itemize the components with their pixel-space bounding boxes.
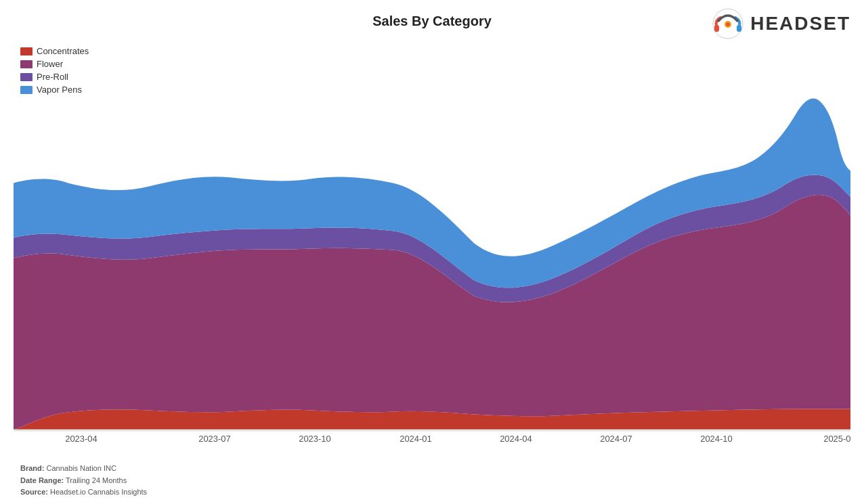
date-range-value: Trailing 24 Months [66, 476, 127, 484]
brand-value: Cannabis Nation INC [47, 464, 116, 472]
x-label-2025-01: 2025-01 [823, 434, 850, 443]
source-label: Source: [20, 488, 48, 496]
x-label-2024-10: 2024-10 [700, 434, 733, 443]
brand-label: Brand: [20, 464, 44, 472]
footer-brand: Brand: Cannabis Nation INC [20, 463, 147, 475]
source-value: Headset.io Cannabis Insights [50, 488, 147, 496]
footer-info: Brand: Cannabis Nation INC Date Range: T… [20, 463, 147, 499]
x-label-2023-07: 2023-07 [198, 434, 231, 443]
concentrates-area [14, 409, 850, 429]
x-label-2024-01: 2024-01 [399, 434, 432, 443]
chart-area: 2023-04 2023-07 2023-10 2024-01 2024-04 … [14, 46, 850, 443]
chart-title: Sales By Category [0, 14, 864, 29]
footer-source: Source: Headset.io Cannabis Insights [20, 486, 147, 499]
chart-svg: 2023-04 2023-07 2023-10 2024-01 2024-04 … [14, 46, 850, 443]
chart-container: HEADSET Sales By Category Concentrates F… [0, 0, 864, 504]
date-range-label: Date Range: [20, 476, 64, 484]
x-label-2024-04: 2024-04 [500, 434, 532, 443]
footer-date-range: Date Range: Trailing 24 Months [20, 475, 147, 487]
x-label-2023-04: 2023-04 [65, 434, 98, 443]
x-label-2023-10: 2023-10 [299, 434, 331, 443]
x-label-2024-07: 2024-07 [600, 434, 632, 443]
